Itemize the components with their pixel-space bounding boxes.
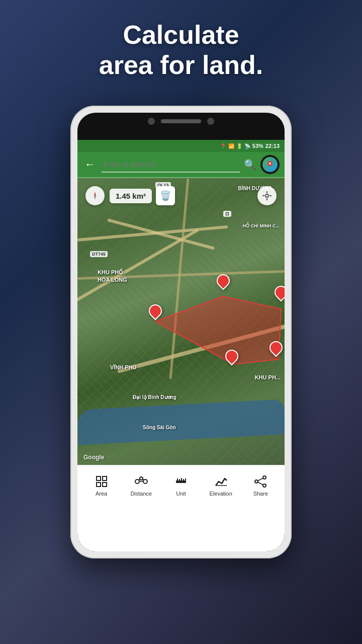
camera-dot [148, 118, 155, 125]
nav-unit[interactable]: Unit [163, 471, 199, 500]
unit-icon [174, 474, 188, 489]
svg-point-16 [143, 479, 147, 484]
svg-line-31 [258, 478, 263, 480]
road-label-dt745: DT745 [90, 251, 108, 257]
svg-line-19 [139, 479, 141, 480]
location-status-icon: 📍 [220, 143, 226, 149]
area-value: 1.45 km² [110, 189, 152, 203]
area-display: 1.45 km² 🗑️ [110, 186, 252, 205]
distance-icon [134, 474, 148, 489]
map-marker-5[interactable] [225, 350, 238, 367]
clock: 22:13 [265, 143, 280, 149]
map-marker-2[interactable] [217, 274, 230, 291]
search-button[interactable]: 🔍 [244, 158, 256, 171]
speaker [161, 119, 201, 123]
headline-line2: area for land. [99, 50, 263, 79]
headline-line1: Calculate [123, 20, 239, 49]
google-watermark: Google [83, 454, 104, 461]
nav-elevation[interactable]: Elevation [203, 471, 238, 500]
svg-point-30 [263, 484, 266, 487]
area-icon [95, 474, 109, 489]
marker-head-4 [267, 339, 285, 357]
svg-rect-14 [103, 482, 107, 487]
phone-inner: 📍 📶 🔋 📡 53% 22:13 ← 🔍 [77, 113, 285, 551]
battery-percent: 53% [252, 143, 263, 149]
svg-line-32 [258, 482, 263, 485]
search-bar: ← 🔍 [77, 152, 285, 178]
marker-head-2 [214, 272, 233, 290]
nav-elevation-label: Elevation [210, 491, 232, 497]
svg-rect-11 [97, 476, 101, 480]
phone-frame: 📍 📶 🔋 📡 53% 22:13 ← 🔍 [70, 106, 292, 558]
map-marker-1[interactable] [149, 304, 162, 321]
nav-area[interactable]: Area [84, 471, 119, 500]
camera-dot-right [207, 118, 214, 125]
screen: 📍 📶 🔋 📡 53% 22:13 ← 🔍 [77, 140, 285, 551]
address-input[interactable] [102, 156, 240, 173]
map-marker-3[interactable] [275, 286, 285, 303]
headline: Calculate area for land. [0, 20, 362, 80]
delete-button[interactable]: 🗑️ [156, 186, 175, 205]
road-label-ql-icon: ⊡ [223, 211, 231, 217]
svg-point-29 [255, 480, 258, 483]
nav-area-label: Area [96, 491, 107, 497]
svg-rect-13 [97, 482, 101, 487]
marker-head-1 [146, 302, 165, 320]
nav-share-label: Share [253, 491, 268, 497]
map-logo-button[interactable] [260, 155, 280, 174]
elevation-icon [214, 474, 228, 489]
location-button[interactable] [257, 186, 277, 205]
map-area[interactable]: KHU PHỐHÒA LONG VĨNH PHÚ KHU PH... BÌNH … [77, 178, 285, 465]
nav-share[interactable]: Share [243, 471, 278, 500]
marker-head-5 [223, 347, 241, 366]
nav-distance[interactable]: Distance [124, 471, 159, 500]
svg-point-6 [265, 194, 268, 197]
nav-unit-label: Unit [176, 491, 186, 497]
svg-rect-21 [176, 480, 186, 483]
svg-marker-5 [94, 195, 96, 200]
phone-top-bar [148, 118, 214, 125]
svg-point-15 [135, 479, 139, 484]
map-marker-4[interactable] [269, 341, 283, 358]
wifi-status-icon: 📶 [228, 143, 234, 149]
compass-button[interactable] [85, 186, 105, 205]
svg-point-28 [263, 476, 266, 479]
status-bar: 📍 📶 🔋 📡 53% 22:13 [77, 140, 285, 152]
bottom-nav: Area Distance [77, 465, 285, 505]
svg-rect-12 [103, 476, 107, 480]
signal-icon: 📡 [244, 143, 250, 149]
map-logo-icon [262, 157, 278, 172]
share-icon [253, 474, 267, 489]
battery-icon: 🔋 [236, 143, 242, 149]
nav-distance-label: Distance [130, 491, 152, 497]
svg-point-2 [269, 163, 271, 165]
back-button[interactable]: ← [82, 156, 98, 173]
trash-icon: 🗑️ [160, 190, 171, 201]
svg-line-20 [141, 479, 144, 480]
